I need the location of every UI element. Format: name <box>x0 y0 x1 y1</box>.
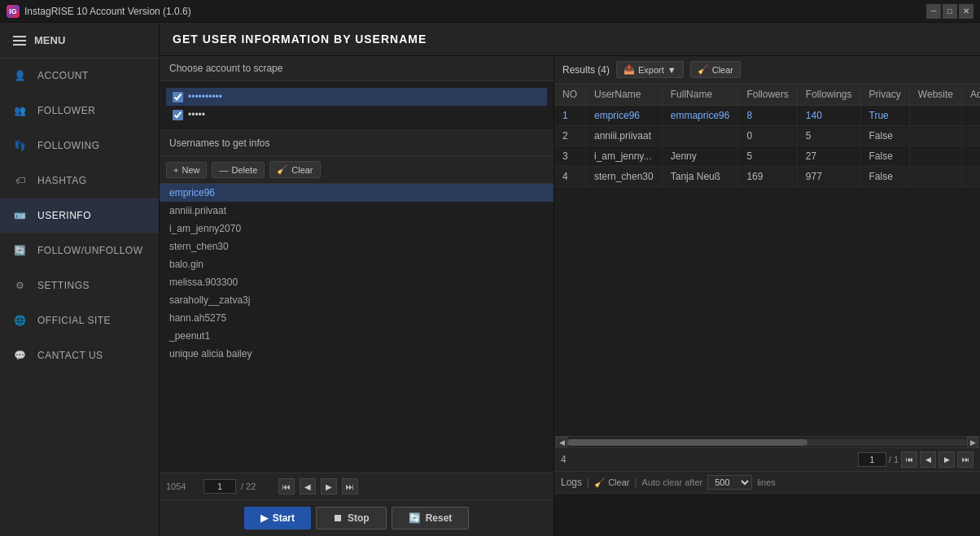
username-item[interactable]: unique alicia bailey <box>160 345 553 363</box>
titlebar-left: IG InstagRISE 10 Account Version (1.0.6) <box>7 5 191 18</box>
results-last-page[interactable]: ⏭ <box>957 451 973 468</box>
username-item[interactable]: stern_chen30 <box>160 237 553 255</box>
titlebar-controls: ─ □ ✕ <box>926 4 973 19</box>
minimize-button[interactable]: ─ <box>926 4 941 19</box>
table-header-row: NO UserName FullName Followers Following… <box>554 84 980 106</box>
delete-icon: — <box>219 165 228 175</box>
page-title: GET USER INFORMATION BY USERNAME <box>160 23 980 56</box>
sidebar-item-hashtag[interactable]: 🏷 HASHTAG <box>0 163 159 198</box>
username-item[interactable]: hann.ah5275 <box>160 309 553 327</box>
results-clear-label: Clear <box>712 65 733 75</box>
sidebar-item-userinfo[interactable]: 🪪 USERINFO <box>0 198 159 233</box>
official-icon: 🌐 <box>13 313 28 328</box>
new-icon: + <box>173 165 178 175</box>
results-label: Results (4) <box>562 64 610 76</box>
results-prev-page[interactable]: ◀ <box>920 451 936 468</box>
lines-label: lines <box>757 477 776 487</box>
maximize-button[interactable]: □ <box>943 4 957 19</box>
export-button[interactable]: 📤 Export ▼ <box>616 61 684 78</box>
account-item-2[interactable]: ••••• <box>166 106 547 124</box>
first-page-button[interactable]: ⏮ <box>278 478 295 495</box>
logs-broom-icon: 🧹 <box>594 477 606 488</box>
sidebar-item-contact[interactable]: 💬 CANTACT US <box>0 338 159 373</box>
userinfo-icon: 🪪 <box>13 208 28 223</box>
delete-button[interactable]: — Delete <box>212 162 265 178</box>
table-row[interactable]: 3i_am_jenny...Jenny527False <box>554 146 980 167</box>
username-item[interactable]: balo.gin <box>160 255 553 273</box>
content-area: Choose account to scrape •••••••••• ••••… <box>160 56 980 536</box>
left-panel: Choose account to scrape •••••••••• ••••… <box>160 56 554 536</box>
settings-icon: ⚙ <box>13 278 28 293</box>
export-label: Export <box>638 65 664 75</box>
auto-clear-label: Auto clear after <box>642 477 703 487</box>
sidebar-menu-header: MENU <box>0 23 159 59</box>
reset-label: Reset <box>426 512 453 524</box>
sidebar: MENU 👤 ACCOUNT 👥 FOLLOWER 👣 FOLLOWING 🏷 … <box>0 23 160 536</box>
table-row[interactable]: 4stern_chen30Tanja Neuß169977False <box>554 167 980 187</box>
h-scrollbar-track[interactable] <box>567 439 967 446</box>
username-item[interactable]: _peenut1 <box>160 327 553 345</box>
right-panel: Results (4) 📤 Export ▼ 🧹 Clear <box>554 56 980 536</box>
sidebar-label-followunfollow: FOLLOW/UNFOLLOW <box>37 245 143 256</box>
page-input[interactable] <box>203 479 236 494</box>
col-no: NO <box>554 84 586 106</box>
delete-label: Delete <box>231 165 257 175</box>
logs-clear-button[interactable]: 🧹 🧹 Clear Clear <box>594 477 629 488</box>
prev-page-button[interactable]: ◀ <box>300 478 316 495</box>
account-checkbox-1[interactable] <box>173 92 183 102</box>
username-item[interactable]: saraholly__zatva3j <box>160 291 553 309</box>
results-clear-button[interactable]: 🧹 Clear <box>690 61 741 78</box>
horizontal-scrollbar[interactable]: ◀ ▶ <box>554 436 980 447</box>
results-page-input[interactable] <box>858 452 886 467</box>
contact-icon: 💬 <box>13 348 28 363</box>
close-button[interactable]: ✕ <box>959 4 973 19</box>
account-item[interactable]: •••••••••• <box>166 88 547 106</box>
sidebar-label-follower: FOLLOWER <box>37 105 95 116</box>
page-separator: / 22 <box>241 482 273 491</box>
sidebar-item-settings[interactable]: ⚙ SETTINGS <box>0 268 159 303</box>
stop-button[interactable]: ⏹ Stop <box>316 507 387 529</box>
account-icon: 👤 <box>13 68 28 83</box>
start-button[interactable]: ▶ Start <box>244 507 311 529</box>
account-checkbox-2[interactable] <box>173 110 183 120</box>
action-buttons: ▶ Start ⏹ Stop 🔄 Reset <box>160 499 553 536</box>
sidebar-label-official: OFFICIAL SITE <box>37 315 111 326</box>
new-button[interactable]: + New <box>166 162 207 178</box>
username-item[interactable]: melissa.903300 <box>160 273 553 291</box>
results-first-page[interactable]: ⏮ <box>901 451 917 468</box>
logs-label: Logs <box>561 477 582 488</box>
app-title: InstagRISE 10 Account Version (1.0.6) <box>24 6 191 17</box>
sidebar-item-official[interactable]: 🌐 OFFICIAL SITE <box>0 303 159 338</box>
sidebar-label-settings: SETTINGS <box>37 280 90 291</box>
usernames-clear-button[interactable]: 🧹 🧹 Clear Clear <box>269 161 320 178</box>
h-scrollbar-thumb[interactable] <box>567 439 807 446</box>
results-pagination: 4 / 1 ⏮ ◀ ▶ ⏭ <box>554 447 980 471</box>
results-page-total: / 1 <box>889 455 899 464</box>
table-row[interactable]: 1emprice96emmaprice968140True <box>554 106 980 126</box>
sidebar-item-followunfollow[interactable]: 🔄 FOLLOW/UNFOLLOW <box>0 233 159 268</box>
next-page-button[interactable]: ▶ <box>321 478 337 495</box>
menu-label: MENU <box>34 34 65 46</box>
username-item[interactable]: emprice96 <box>160 184 553 202</box>
scroll-left-button[interactable]: ◀ <box>556 437 567 448</box>
logs-content <box>554 494 980 536</box>
results-count: 4 <box>561 454 567 465</box>
reset-button[interactable]: 🔄 Reset <box>392 507 470 529</box>
sidebar-item-follower[interactable]: 👥 FOLLOWER <box>0 94 159 129</box>
results-next-page[interactable]: ▶ <box>938 451 955 468</box>
username-item[interactable]: anniii.priivaat <box>160 202 553 220</box>
follower-icon: 👥 <box>13 103 28 118</box>
sidebar-item-account[interactable]: 👤 ACCOUNT <box>0 59 159 94</box>
table-row[interactable]: 2anniii.priivaat05False <box>554 126 980 146</box>
auto-clear-select[interactable]: 500 100 200 1000 <box>707 475 752 490</box>
scroll-right-button[interactable]: ▶ <box>967 437 978 448</box>
sidebar-item-following[interactable]: 👣 FOLLOWING <box>0 129 159 163</box>
sidebar-label-account: ACCOUNT <box>37 70 89 81</box>
sidebar-label-userinfo: USERINFO <box>37 210 91 221</box>
col-followers: Followers <box>738 84 797 106</box>
export-icon: 📤 <box>623 64 635 75</box>
col-followings: Followings <box>797 84 860 106</box>
username-item[interactable]: i_am_jenny2070 <box>160 220 553 237</box>
last-page-button[interactable]: ⏭ <box>342 478 358 495</box>
username-list[interactable]: emprice96 anniii.priivaat i_am_jenny2070… <box>160 184 553 473</box>
